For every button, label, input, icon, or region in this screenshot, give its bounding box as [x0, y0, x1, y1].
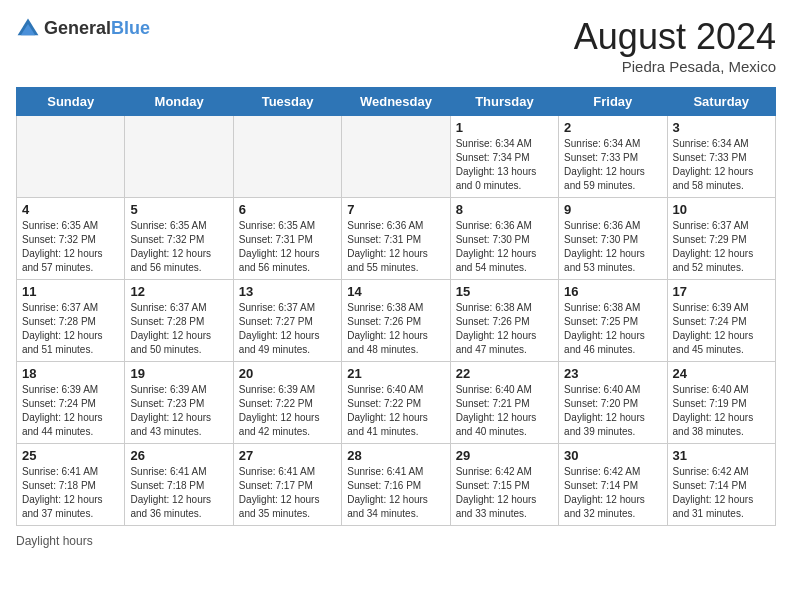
calendar-week-row: 11Sunrise: 6:37 AMSunset: 7:28 PMDayligh… — [17, 280, 776, 362]
calendar-day-cell: 9Sunrise: 6:36 AMSunset: 7:30 PMDaylight… — [559, 198, 667, 280]
calendar-day-cell — [17, 116, 125, 198]
calendar-day-cell: 15Sunrise: 6:38 AMSunset: 7:26 PMDayligh… — [450, 280, 558, 362]
calendar-day-cell: 11Sunrise: 6:37 AMSunset: 7:28 PMDayligh… — [17, 280, 125, 362]
logo: GeneralBlue — [16, 16, 150, 40]
calendar-day-cell: 1Sunrise: 6:34 AMSunset: 7:34 PMDaylight… — [450, 116, 558, 198]
calendar-day-cell: 24Sunrise: 6:40 AMSunset: 7:19 PMDayligh… — [667, 362, 775, 444]
day-info: Sunrise: 6:40 AMSunset: 7:21 PMDaylight:… — [456, 383, 553, 439]
calendar-day-cell: 14Sunrise: 6:38 AMSunset: 7:26 PMDayligh… — [342, 280, 450, 362]
calendar-week-row: 4Sunrise: 6:35 AMSunset: 7:32 PMDaylight… — [17, 198, 776, 280]
day-info: Sunrise: 6:36 AMSunset: 7:31 PMDaylight:… — [347, 219, 444, 275]
calendar-day-cell: 12Sunrise: 6:37 AMSunset: 7:28 PMDayligh… — [125, 280, 233, 362]
calendar-table: SundayMondayTuesdayWednesdayThursdayFrid… — [16, 87, 776, 526]
day-info: Sunrise: 6:39 AMSunset: 7:24 PMDaylight:… — [22, 383, 119, 439]
calendar-day-cell: 6Sunrise: 6:35 AMSunset: 7:31 PMDaylight… — [233, 198, 341, 280]
day-info: Sunrise: 6:34 AMSunset: 7:33 PMDaylight:… — [564, 137, 661, 193]
day-info: Sunrise: 6:39 AMSunset: 7:22 PMDaylight:… — [239, 383, 336, 439]
day-number: 31 — [673, 448, 770, 463]
day-number: 8 — [456, 202, 553, 217]
calendar-day-cell: 7Sunrise: 6:36 AMSunset: 7:31 PMDaylight… — [342, 198, 450, 280]
day-info: Sunrise: 6:39 AMSunset: 7:23 PMDaylight:… — [130, 383, 227, 439]
day-of-week-header: Thursday — [450, 88, 558, 116]
page-header: GeneralBlue August 2024 Piedra Pesada, M… — [16, 16, 776, 75]
day-info: Sunrise: 6:40 AMSunset: 7:20 PMDaylight:… — [564, 383, 661, 439]
day-info: Sunrise: 6:42 AMSunset: 7:15 PMDaylight:… — [456, 465, 553, 521]
day-number: 3 — [673, 120, 770, 135]
day-info: Sunrise: 6:37 AMSunset: 7:27 PMDaylight:… — [239, 301, 336, 357]
day-info: Sunrise: 6:37 AMSunset: 7:29 PMDaylight:… — [673, 219, 770, 275]
daylight-label: Daylight hours — [16, 534, 93, 548]
day-number: 24 — [673, 366, 770, 381]
day-info: Sunrise: 6:38 AMSunset: 7:25 PMDaylight:… — [564, 301, 661, 357]
day-number: 18 — [22, 366, 119, 381]
calendar-day-cell — [125, 116, 233, 198]
calendar-footer: Daylight hours — [16, 534, 776, 548]
day-number: 16 — [564, 284, 661, 299]
day-info: Sunrise: 6:38 AMSunset: 7:26 PMDaylight:… — [347, 301, 444, 357]
calendar-day-cell: 30Sunrise: 6:42 AMSunset: 7:14 PMDayligh… — [559, 444, 667, 526]
day-number: 12 — [130, 284, 227, 299]
calendar-week-row: 1Sunrise: 6:34 AMSunset: 7:34 PMDaylight… — [17, 116, 776, 198]
day-number: 22 — [456, 366, 553, 381]
calendar-day-cell — [233, 116, 341, 198]
day-info: Sunrise: 6:34 AMSunset: 7:34 PMDaylight:… — [456, 137, 553, 193]
day-info: Sunrise: 6:35 AMSunset: 7:32 PMDaylight:… — [22, 219, 119, 275]
calendar-day-cell: 13Sunrise: 6:37 AMSunset: 7:27 PMDayligh… — [233, 280, 341, 362]
logo-text-blue: Blue — [111, 18, 150, 38]
location-subtitle: Piedra Pesada, Mexico — [574, 58, 776, 75]
calendar-day-cell: 23Sunrise: 6:40 AMSunset: 7:20 PMDayligh… — [559, 362, 667, 444]
calendar-day-cell: 27Sunrise: 6:41 AMSunset: 7:17 PMDayligh… — [233, 444, 341, 526]
calendar-day-cell: 18Sunrise: 6:39 AMSunset: 7:24 PMDayligh… — [17, 362, 125, 444]
day-number: 2 — [564, 120, 661, 135]
calendar-day-cell: 22Sunrise: 6:40 AMSunset: 7:21 PMDayligh… — [450, 362, 558, 444]
day-of-week-header: Sunday — [17, 88, 125, 116]
day-info: Sunrise: 6:41 AMSunset: 7:17 PMDaylight:… — [239, 465, 336, 521]
calendar-week-row: 18Sunrise: 6:39 AMSunset: 7:24 PMDayligh… — [17, 362, 776, 444]
day-number: 6 — [239, 202, 336, 217]
calendar-day-cell: 19Sunrise: 6:39 AMSunset: 7:23 PMDayligh… — [125, 362, 233, 444]
day-of-week-header: Wednesday — [342, 88, 450, 116]
day-info: Sunrise: 6:40 AMSunset: 7:22 PMDaylight:… — [347, 383, 444, 439]
day-number: 23 — [564, 366, 661, 381]
calendar-day-cell: 8Sunrise: 6:36 AMSunset: 7:30 PMDaylight… — [450, 198, 558, 280]
day-number: 13 — [239, 284, 336, 299]
day-number: 14 — [347, 284, 444, 299]
calendar-day-cell: 5Sunrise: 6:35 AMSunset: 7:32 PMDaylight… — [125, 198, 233, 280]
day-info: Sunrise: 6:34 AMSunset: 7:33 PMDaylight:… — [673, 137, 770, 193]
calendar-day-cell: 21Sunrise: 6:40 AMSunset: 7:22 PMDayligh… — [342, 362, 450, 444]
day-info: Sunrise: 6:40 AMSunset: 7:19 PMDaylight:… — [673, 383, 770, 439]
day-number: 10 — [673, 202, 770, 217]
day-info: Sunrise: 6:42 AMSunset: 7:14 PMDaylight:… — [564, 465, 661, 521]
day-number: 20 — [239, 366, 336, 381]
calendar-day-cell: 20Sunrise: 6:39 AMSunset: 7:22 PMDayligh… — [233, 362, 341, 444]
calendar-day-cell: 4Sunrise: 6:35 AMSunset: 7:32 PMDaylight… — [17, 198, 125, 280]
day-info: Sunrise: 6:41 AMSunset: 7:16 PMDaylight:… — [347, 465, 444, 521]
title-block: August 2024 Piedra Pesada, Mexico — [574, 16, 776, 75]
calendar-day-cell: 3Sunrise: 6:34 AMSunset: 7:33 PMDaylight… — [667, 116, 775, 198]
day-number: 27 — [239, 448, 336, 463]
day-number: 21 — [347, 366, 444, 381]
logo-icon — [16, 16, 40, 40]
day-info: Sunrise: 6:42 AMSunset: 7:14 PMDaylight:… — [673, 465, 770, 521]
day-number: 30 — [564, 448, 661, 463]
calendar-day-cell — [342, 116, 450, 198]
day-info: Sunrise: 6:37 AMSunset: 7:28 PMDaylight:… — [22, 301, 119, 357]
day-info: Sunrise: 6:36 AMSunset: 7:30 PMDaylight:… — [564, 219, 661, 275]
day-number: 29 — [456, 448, 553, 463]
day-number: 1 — [456, 120, 553, 135]
calendar-day-cell: 10Sunrise: 6:37 AMSunset: 7:29 PMDayligh… — [667, 198, 775, 280]
day-info: Sunrise: 6:41 AMSunset: 7:18 PMDaylight:… — [22, 465, 119, 521]
day-number: 4 — [22, 202, 119, 217]
day-number: 25 — [22, 448, 119, 463]
day-number: 28 — [347, 448, 444, 463]
calendar-day-cell: 16Sunrise: 6:38 AMSunset: 7:25 PMDayligh… — [559, 280, 667, 362]
day-info: Sunrise: 6:35 AMSunset: 7:32 PMDaylight:… — [130, 219, 227, 275]
day-of-week-header: Monday — [125, 88, 233, 116]
month-year-title: August 2024 — [574, 16, 776, 58]
calendar-day-cell: 17Sunrise: 6:39 AMSunset: 7:24 PMDayligh… — [667, 280, 775, 362]
day-info: Sunrise: 6:39 AMSunset: 7:24 PMDaylight:… — [673, 301, 770, 357]
calendar-day-cell: 26Sunrise: 6:41 AMSunset: 7:18 PMDayligh… — [125, 444, 233, 526]
day-number: 11 — [22, 284, 119, 299]
calendar-day-cell: 29Sunrise: 6:42 AMSunset: 7:15 PMDayligh… — [450, 444, 558, 526]
calendar-day-cell: 25Sunrise: 6:41 AMSunset: 7:18 PMDayligh… — [17, 444, 125, 526]
